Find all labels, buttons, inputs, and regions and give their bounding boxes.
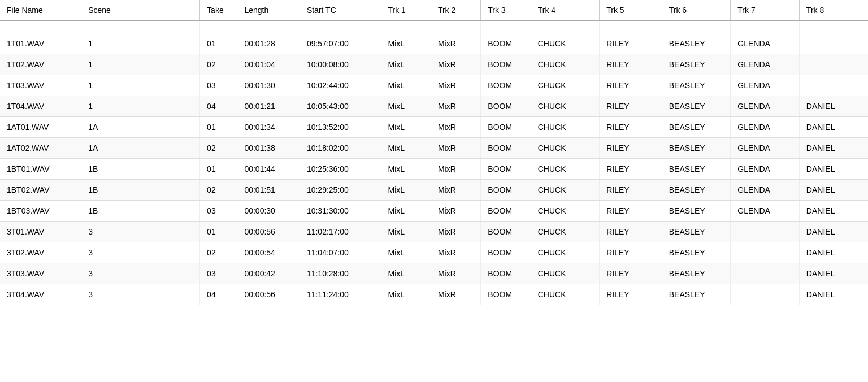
cell-trk3: BOOM <box>481 242 531 263</box>
cell-trk7: GLENDA <box>731 117 800 138</box>
cell-trk1: MixL <box>381 33 431 54</box>
cell-starttc: 09:57:07:00 <box>300 33 381 54</box>
cell-trk3: BOOM <box>481 33 531 54</box>
cell-trk8 <box>799 54 868 75</box>
cell-scene: 3 <box>81 284 200 305</box>
cell-filename: 3T01.WAV <box>0 222 81 242</box>
cell-trk6: BEASLEY <box>662 33 731 54</box>
cell-starttc: 10:00:08:00 <box>300 54 381 75</box>
cell-trk6: BEASLEY <box>662 263 731 284</box>
cell-trk3: BOOM <box>481 201 531 222</box>
cell-filename: 1AT02.WAV <box>0 138 81 159</box>
cell-trk1: MixL <box>381 54 431 75</box>
table-row: 1T03.WAV10300:01:3010:02:44:00MixLMixRBO… <box>0 75 868 96</box>
cell-filename: 1T04.WAV <box>0 96 81 117</box>
cell-trk3: BOOM <box>481 222 531 242</box>
cell-starttc: 10:18:02:00 <box>300 138 381 159</box>
cell-trk8: DANIEL <box>799 242 868 263</box>
cell-starttc: 10:02:44:00 <box>300 75 381 96</box>
cell-trk7: GLENDA <box>731 138 800 159</box>
cell-take: 02 <box>200 138 237 159</box>
cell-trk8: DANIEL <box>799 96 868 117</box>
table-row: 1T01.WAV10100:01:2809:57:07:00MixLMixRBO… <box>0 33 868 54</box>
cell-trk8: DANIEL <box>799 138 868 159</box>
table-row: 1T04.WAV10400:01:2110:05:43:00MixLMixRBO… <box>0 96 868 117</box>
cell-filename: 1T01.WAV <box>0 33 81 54</box>
table-row: 3T04.WAV30400:00:5611:11:24:00MixLMixRBO… <box>0 284 868 305</box>
cell-length: 00:00:30 <box>237 201 300 222</box>
cell-scene: 1B <box>81 159 200 180</box>
col-header-trk4: Trk 4 <box>531 0 600 21</box>
cell-trk4: CHUCK <box>531 96 600 117</box>
cell-take: 01 <box>200 222 237 242</box>
cell-filename: 3T04.WAV <box>0 284 81 305</box>
cell-filename: 3T03.WAV <box>0 263 81 284</box>
cell-trk2: MixR <box>431 33 480 54</box>
cell-trk8: DANIEL <box>799 201 868 222</box>
cell-trk4: CHUCK <box>531 117 600 138</box>
cell-filename: 3T02.WAV <box>0 242 81 263</box>
cell-trk4: CHUCK <box>531 138 600 159</box>
cell-trk7: GLENDA <box>731 54 800 75</box>
cell-trk1: MixL <box>381 263 431 284</box>
cell-trk1: MixL <box>381 75 431 96</box>
cell-trk8 <box>799 33 868 54</box>
cell-trk3: BOOM <box>481 138 531 159</box>
cell-trk2: MixR <box>431 201 480 222</box>
cell-scene: 1 <box>81 33 200 54</box>
cell-trk4: CHUCK <box>531 263 600 284</box>
table-row: 1BT02.WAV1B0200:01:5110:29:25:00MixLMixR… <box>0 180 868 201</box>
cell-starttc: 11:04:07:00 <box>300 242 381 263</box>
cell-trk6: BEASLEY <box>662 159 731 180</box>
cell-trk1: MixL <box>381 242 431 263</box>
cell-starttc: 11:11:24:00 <box>300 284 381 305</box>
col-header-length: Length <box>237 0 300 21</box>
cell-trk2: MixR <box>431 75 480 96</box>
cell-trk5: RILEY <box>600 284 662 305</box>
cell-take: 02 <box>200 242 237 263</box>
cell-trk3: BOOM <box>481 117 531 138</box>
cell-length: 00:01:34 <box>237 117 300 138</box>
cell-take: 01 <box>200 117 237 138</box>
cell-trk4: CHUCK <box>531 284 600 305</box>
cell-trk4: CHUCK <box>531 54 600 75</box>
cell-trk4: CHUCK <box>531 75 600 96</box>
cell-trk6: BEASLEY <box>662 201 731 222</box>
cell-trk2: MixR <box>431 138 480 159</box>
cell-trk2: MixR <box>431 263 480 284</box>
cell-trk7: GLENDA <box>731 159 800 180</box>
cell-trk4: CHUCK <box>531 33 600 54</box>
cell-trk8: DANIEL <box>799 180 868 201</box>
header-row: File Name Scene Take Length Start TC Trk… <box>0 0 868 21</box>
cell-trk5: RILEY <box>600 75 662 96</box>
cell-trk1: MixL <box>381 284 431 305</box>
cell-take: 03 <box>200 201 237 222</box>
cell-trk7: GLENDA <box>731 75 800 96</box>
cell-length: 00:01:44 <box>237 159 300 180</box>
cell-scene: 1 <box>81 54 200 75</box>
cell-trk2: MixR <box>431 54 480 75</box>
cell-length: 00:00:54 <box>237 242 300 263</box>
col-header-trk1: Trk 1 <box>381 0 431 21</box>
cell-trk2: MixR <box>431 222 480 242</box>
cell-trk4: CHUCK <box>531 159 600 180</box>
cell-length: 00:01:30 <box>237 75 300 96</box>
cell-starttc: 10:25:36:00 <box>300 159 381 180</box>
cell-trk4: CHUCK <box>531 222 600 242</box>
col-header-scene: Scene <box>81 0 200 21</box>
table-row: 1AT01.WAV1A0100:01:3410:13:52:00MixLMixR… <box>0 117 868 138</box>
table-row: 1T02.WAV10200:01:0410:00:08:00MixLMixRBO… <box>0 54 868 75</box>
cell-trk6: BEASLEY <box>662 222 731 242</box>
cell-filename: 1BT01.WAV <box>0 159 81 180</box>
cell-scene: 3 <box>81 263 200 284</box>
cell-trk8: DANIEL <box>799 117 868 138</box>
col-header-trk8: Trk 8 <box>799 0 868 21</box>
col-header-take: Take <box>200 0 237 21</box>
table-row: 1BT01.WAV1B0100:01:4410:25:36:00MixLMixR… <box>0 159 868 180</box>
cell-trk5: RILEY <box>600 201 662 222</box>
cell-length: 00:01:28 <box>237 33 300 54</box>
cell-scene: 3 <box>81 242 200 263</box>
cell-trk2: MixR <box>431 242 480 263</box>
cell-take: 01 <box>200 159 237 180</box>
cell-trk8: DANIEL <box>799 263 868 284</box>
